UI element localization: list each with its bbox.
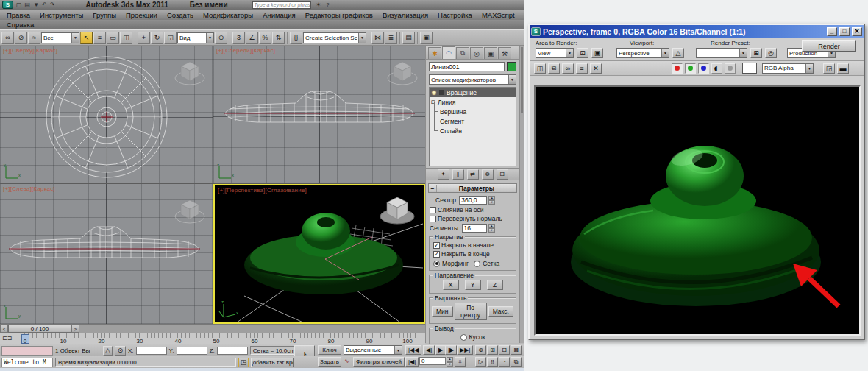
- redo-icon[interactable]: ↷: [49, 1, 56, 8]
- viewport-left[interactable]: [+][Слева][Каркас]: [0, 184, 213, 324]
- graphite-modeling-button[interactable]: ▣: [420, 32, 433, 44]
- menu-customize[interactable]: Настройка: [438, 11, 472, 19]
- dropdown-arrow-icon[interactable]: ▼: [566, 49, 573, 57]
- current-frame-field[interactable]: 0: [419, 357, 446, 365]
- maximize-viewport-toggle[interactable]: ⧉: [511, 357, 522, 367]
- y-coordinate-field[interactable]: [177, 347, 207, 355]
- object-color-swatch[interactable]: [507, 62, 516, 71]
- dropdown-arrow-icon[interactable]: ▼: [805, 64, 813, 73]
- menu-modifiers[interactable]: Модификаторы: [203, 11, 253, 19]
- alpha-channel-button[interactable]: [725, 63, 736, 74]
- pan-button[interactable]: ‼: [487, 357, 498, 367]
- spinner-snap-button[interactable]: ⇅: [272, 32, 285, 44]
- viewport-dropdown[interactable]: Perspective▼: [616, 48, 669, 58]
- blue-channel-button[interactable]: [698, 63, 709, 74]
- clone-window-icon[interactable]: ∞: [562, 63, 574, 74]
- keyboard-shortcut-toggle[interactable]: ⌗: [455, 357, 466, 367]
- layer-a-icon[interactable]: ◲: [823, 63, 835, 74]
- render-window-titlebar[interactable]: S Perspective, frame 0, RGBA Color 16 Bi…: [530, 25, 864, 38]
- angle-snap-button[interactable]: ∠: [246, 32, 258, 44]
- select-and-rotate-button[interactable]: ↻: [151, 32, 163, 44]
- red-channel-button[interactable]: [672, 63, 683, 74]
- select-by-name-button[interactable]: ≡: [93, 32, 106, 44]
- minimize-button[interactable]: _: [827, 27, 837, 36]
- dropdown-arrow-icon[interactable]: ▼: [508, 75, 516, 84]
- channel-display-dropdown[interactable]: RGB Alpha▼: [762, 63, 814, 74]
- zoom-extents-button[interactable]: ⊡: [499, 345, 510, 355]
- dropdown-arrow-icon[interactable]: ▼: [71, 33, 79, 43]
- tab-hierarchy[interactable]: ⧉: [456, 47, 469, 59]
- stack-subitem-vertex[interactable]: Вершина: [430, 107, 516, 116]
- segments-spinner[interactable]: ▲▼: [488, 224, 495, 233]
- select-object-button[interactable]: ↖: [80, 32, 93, 44]
- new-key-curve-icon[interactable]: ∿: [344, 358, 349, 364]
- menu-tools[interactable]: Инструменты: [40, 11, 83, 19]
- previous-frame-arrow[interactable]: <: [0, 325, 8, 333]
- menu-help[interactable]: Справка: [7, 21, 34, 29]
- dropdown-arrow-icon[interactable]: ▼: [394, 346, 402, 354]
- select-and-link-button[interactable]: ∞: [1, 32, 14, 44]
- rendered-image[interactable]: [534, 85, 861, 336]
- layer-b-icon[interactable]: ▬: [837, 63, 849, 74]
- menu-edit[interactable]: Правка: [7, 11, 30, 19]
- select-and-move-button[interactable]: +: [138, 32, 150, 44]
- render-preset-dropdown[interactable]: -------------------▼: [696, 48, 747, 58]
- monochrome-button[interactable]: ◐: [711, 63, 722, 74]
- go-to-end-button[interactable]: ▶▶|: [457, 345, 473, 355]
- frame-spinner[interactable]: ▲▼: [447, 357, 453, 367]
- render-setup-icon[interactable]: ⊞: [750, 48, 762, 58]
- new-scene-icon[interactable]: ▢: [15, 1, 23, 8]
- show-end-result-button[interactable]: ∥: [452, 169, 464, 180]
- help-icon[interactable]: ?: [326, 1, 329, 8]
- previous-key-button[interactable]: |◀|: [405, 357, 419, 367]
- viewcube-icon[interactable]: [173, 194, 207, 228]
- command-panel-scrollbar[interactable]: [519, 46, 524, 343]
- copy-image-icon[interactable]: ⧉: [548, 63, 560, 74]
- auto-region-icon[interactable]: ▣: [591, 48, 603, 58]
- bind-to-spacewarp-button[interactable]: ≈: [28, 32, 40, 44]
- viewport-top[interactable]: [+][Сверху][Каркас]: [0, 46, 213, 183]
- track-bar-mode-icon[interactable]: ⊏⊐: [2, 335, 12, 342]
- align-button[interactable]: ≣: [385, 32, 397, 44]
- render-button[interactable]: Render: [802, 40, 856, 52]
- print-image-icon[interactable]: ≡: [576, 63, 588, 74]
- morph-radio[interactable]: [433, 261, 440, 267]
- viewcube-icon[interactable]: [378, 191, 416, 230]
- environment-icon[interactable]: ◎: [765, 48, 777, 58]
- key-scope-dropdown[interactable]: Выделенные▼: [344, 345, 402, 355]
- unlink-selection-button[interactable]: ⊘: [15, 32, 27, 44]
- key-filters-button[interactable]: Фильтры ключей: [353, 357, 405, 367]
- maxscript-mini-listener[interactable]: Welcome to M: [1, 358, 53, 367]
- dropdown-arrow-icon[interactable]: ▼: [206, 33, 213, 43]
- sector-value-field[interactable]: 360,0: [459, 196, 487, 205]
- time-configuration-button[interactable]: ◔: [499, 357, 510, 367]
- viewcube-icon[interactable]: [173, 56, 207, 90]
- stack-item-lathe[interactable]: Вращение: [430, 88, 516, 97]
- background-color-swatch[interactable]: [742, 63, 757, 74]
- layer-manager-button[interactable]: ▤: [402, 32, 415, 44]
- window-crossing-button[interactable]: ◫: [120, 32, 132, 44]
- zoom-viewport-button[interactable]: ⊕: [475, 345, 486, 355]
- viewport-left-label[interactable]: [+][Слева][Каркас]: [3, 186, 55, 192]
- modifier-list-dropdown[interactable]: Список модификаторов▼: [429, 74, 516, 85]
- mirror-button[interactable]: ⋈: [371, 32, 384, 44]
- absolute-offset-toggle-icon[interactable]: ⊙: [115, 346, 126, 356]
- tab-motion[interactable]: ◎: [470, 47, 483, 59]
- menu-animation[interactable]: Анимация: [263, 11, 296, 19]
- cap-end-checkbox[interactable]: ✓: [433, 251, 440, 258]
- stack-subitem-spline[interactable]: Сплайн: [430, 126, 516, 135]
- cap-start-checkbox[interactable]: ✓: [433, 242, 440, 249]
- use-pivot-center-button[interactable]: ⊙: [215, 32, 227, 44]
- macro-recorder-field[interactable]: [1, 346, 53, 356]
- keyboard-override-button[interactable]: {}: [290, 32, 302, 44]
- auto-key-button[interactable]: Ключ: [318, 345, 341, 355]
- patch-radio[interactable]: [460, 334, 467, 341]
- menu-rendering[interactable]: Визуализация: [383, 11, 428, 19]
- menu-maxscript[interactable]: MAXScript: [482, 11, 515, 19]
- zoom-extents-all-button[interactable]: ⊠: [511, 345, 522, 355]
- time-slider-handle[interactable]: 0 / 100: [8, 325, 71, 333]
- tab-utilities[interactable]: ⚒: [498, 47, 511, 59]
- save-image-icon[interactable]: ◫: [534, 63, 546, 74]
- viewport-front-label[interactable]: [+][Спереди][Каркас]: [216, 47, 275, 54]
- fov-button[interactable]: ▷: [475, 357, 486, 367]
